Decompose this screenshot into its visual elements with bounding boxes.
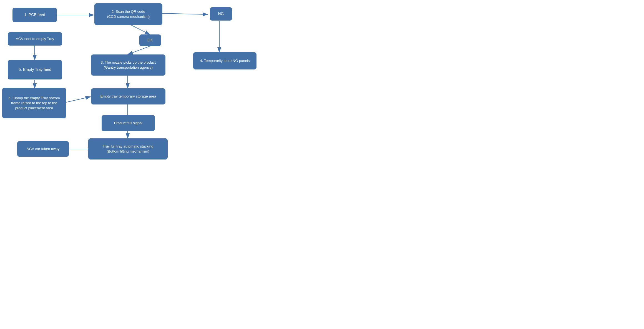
svg-line-3	[162, 13, 208, 14]
box-clamp-tray: 6. Clamp the empty Tray bottomframe rais…	[2, 88, 66, 118]
box-nozzle-picks: 3. The nozzle picks up the product(Gantr…	[91, 54, 165, 76]
svg-line-5	[128, 23, 150, 34]
box-empty-tray-feed: 5. Empty Tray feed	[8, 60, 62, 79]
svg-line-6	[128, 46, 150, 54]
box-ng-store: 4. Temporarily store NG panels	[193, 52, 256, 69]
svg-line-10	[64, 97, 90, 103]
box-scan-qr: 2. Scan the QR code(CCD camera mechanism…	[94, 3, 162, 25]
box-pcb-feed: 1. PCB feed	[12, 8, 57, 22]
box-ok: OK	[139, 34, 161, 46]
box-tray-full-stack: Tray full tray automatic stacking(Bottom…	[88, 138, 168, 159]
box-ng: NG	[210, 7, 232, 21]
box-agv-empty-tray: AGV sent to empty Tray	[8, 32, 62, 46]
box-empty-tray-storage: Empty tray temporary storage area	[91, 88, 165, 104]
box-product-full: Product full signal	[102, 115, 155, 131]
box-agv-taken: AGV car taken away	[17, 141, 69, 157]
flowchart-diagram: 1. PCB feed 2. Scan the QR code(CCD came…	[0, 0, 322, 164]
